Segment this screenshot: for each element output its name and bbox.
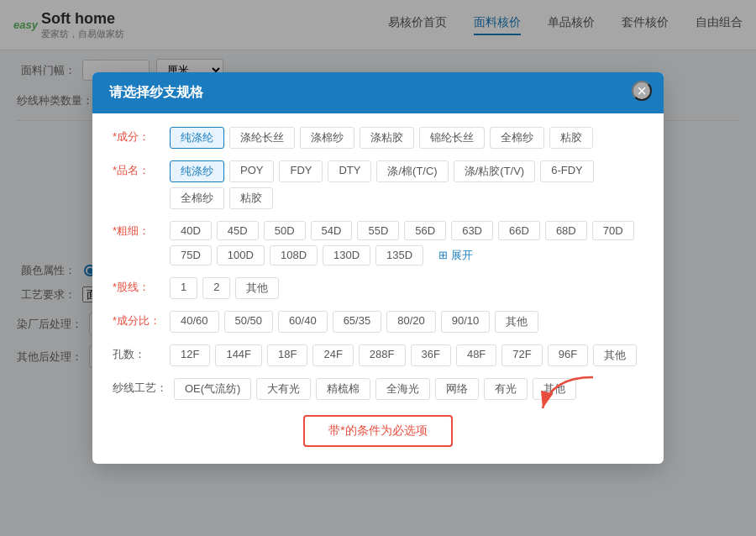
modal-tag[interactable]: 72F [501,344,542,366]
modal-tag[interactable]: 18F [267,344,307,366]
modal-tag[interactable]: 45D [217,221,259,240]
modal-row-5: 孔数：12F144F18F24F288F36F48F72F96F其他 [113,344,643,366]
modal-row-6: 纱线工艺：OE(气流纺)大有光精梳棉全海光网络有光其他 [113,378,643,400]
modal-tag[interactable]: 粘胶 [549,127,593,149]
modal-row-label-6: 纱线工艺： [113,378,167,396]
modal-tag[interactable]: 全海光 [375,378,430,400]
modal-tags-2: 40D45D50D54D55D56D63D66D68D70D75D100D108… [170,221,643,265]
modal-tag[interactable]: 60/40 [278,311,328,333]
modal-tag[interactable]: 70D [592,221,634,240]
modal-tag[interactable]: 锦纶长丝 [419,127,485,149]
modal-row-label-1: *品名： [113,160,163,178]
modal-row-3: *股线：12其他 [113,277,643,299]
modal-tag[interactable]: 全棉纱 [170,187,224,209]
modal-tag[interactable]: 其他 [533,378,576,400]
modal-tag[interactable]: 50/50 [224,311,274,333]
modal-tag[interactable]: 其他 [235,277,279,299]
modal-tag[interactable]: 精梳棉 [316,378,370,400]
modal-tag[interactable]: 涤棉纱 [300,127,354,149]
modal-tag[interactable]: 24F [312,344,353,366]
modal-row-1: *品名：纯涤纱POYFDYDTY涤/棉(T/C)涤/粘胶(T/V)6-FDY全棉… [113,160,643,209]
modal-title: 请选择纱支规格 [109,85,203,99]
modal-tag[interactable]: 粘胶 [229,187,273,209]
modal-tag[interactable]: POY [229,160,274,182]
modal-tags-0: 纯涤纶涤纶长丝涤棉纱涤粘胶锦纶长丝全棉纱粘胶 [170,127,593,149]
expand-button-2[interactable]: ⊞ 展开 [428,245,483,265]
modal-tag[interactable]: 有光 [484,378,528,400]
modal-header: 请选择纱支规格 [92,72,664,113]
modal-tag[interactable]: 56D [404,221,446,240]
modal-tag[interactable]: 涤/粘胶(T/V) [454,160,536,182]
modal-tag[interactable]: 54D [311,221,353,240]
modal-tag[interactable]: 涤/棉(T/C) [376,160,448,182]
modal-row-label-0: *成分： [113,127,163,145]
modal-tag[interactable]: 36F [411,344,451,366]
modal-row-label-2: *粗细： [113,221,163,239]
modal-tag[interactable]: 涤纶长丝 [229,127,295,149]
modal-tags-1: 纯涤纱POYFDYDTY涤/棉(T/C)涤/粘胶(T/V)6-FDY全棉纱粘胶 [170,160,643,209]
modal-tag[interactable]: 50D [264,221,306,240]
modal-close-button[interactable]: × [632,81,652,101]
modal-tag[interactable]: 6-FDY [540,160,594,182]
modal-tag[interactable]: 全棉纱 [490,127,544,149]
modal-tags-5: 12F144F18F24F288F36F48F72F96F其他 [170,344,637,366]
modal-tag[interactable]: 65/35 [333,311,382,333]
modal-tag[interactable]: 48F [456,344,496,366]
modal-submit-button[interactable]: 带*的条件为必选项 [303,415,452,447]
modal-tag[interactable]: 108D [270,245,318,265]
modal-tag[interactable]: 40D [170,221,212,240]
modal-tag[interactable]: 1 [170,277,197,299]
modal-tag[interactable]: DTY [328,160,371,182]
modal-tag[interactable]: 12F [170,344,210,366]
modal-row-label-5: 孔数： [113,344,163,362]
modal-dialog: 请选择纱支规格 × *成分：纯涤纶涤纶长丝涤棉纱涤粘胶锦纶长丝全棉纱粘胶*品名：… [92,72,664,464]
modal-tag[interactable]: 130D [323,245,370,265]
modal-tag[interactable]: 纯涤纱 [170,160,224,182]
modal-tag[interactable]: OE(气流纺) [174,378,251,400]
modal-row-4: *成分比：40/6050/5060/4065/3580/2090/10其他 [113,311,643,333]
modal-tag[interactable]: 2 [202,277,230,299]
modal-tag[interactable]: 55D [357,221,399,240]
modal-tag[interactable]: 网络 [435,378,479,400]
modal-tag[interactable]: 96F [548,344,588,366]
modal-tag[interactable]: 288F [359,344,406,366]
modal-tag[interactable]: 68D [545,221,587,240]
modal-tag[interactable]: 40/60 [170,311,219,333]
modal-body: *成分：纯涤纶涤纶长丝涤棉纱涤粘胶锦纶长丝全棉纱粘胶*品名：纯涤纱POYFDYD… [92,113,664,464]
modal-tag[interactable]: 80/20 [386,311,436,333]
modal-tag[interactable]: 144F [215,344,262,366]
modal-tags-3: 12其他 [170,277,279,299]
modal-tag[interactable]: 其他 [495,311,538,333]
modal-row-label-4: *成分比： [113,311,163,328]
modal-tag[interactable]: 90/10 [441,311,491,333]
modal-tag[interactable]: 75D [170,245,212,265]
modal-tag[interactable]: 100D [217,245,265,265]
modal-tag[interactable]: 涤粘胶 [360,127,414,149]
modal-overlay: 请选择纱支规格 × *成分：纯涤纶涤纶长丝涤棉纱涤粘胶锦纶长丝全棉纱粘胶*品名：… [0,0,756,536]
modal-footer: 带*的条件为必选项 [113,415,643,447]
modal-tag[interactable]: 纯涤纶 [170,127,224,149]
modal-tags-6: OE(气流纺)大有光精梳棉全海光网络有光其他 [174,378,576,400]
modal-row-label-3: *股线： [113,277,163,295]
modal-tag[interactable]: FDY [279,160,323,182]
modal-tag[interactable]: 66D [498,221,540,240]
modal-tag[interactable]: 大有光 [256,378,311,400]
modal-tag[interactable]: 135D [375,245,423,265]
modal-tag[interactable]: 63D [451,221,493,240]
modal-row-0: *成分：纯涤纶涤纶长丝涤棉纱涤粘胶锦纶长丝全棉纱粘胶 [113,127,643,149]
modal-row-2: *粗细：40D45D50D54D55D56D63D66D68D70D75D100… [113,221,643,265]
modal-tag[interactable]: 其他 [593,344,637,366]
modal-tags-4: 40/6050/5060/4065/3580/2090/10其他 [170,311,538,333]
